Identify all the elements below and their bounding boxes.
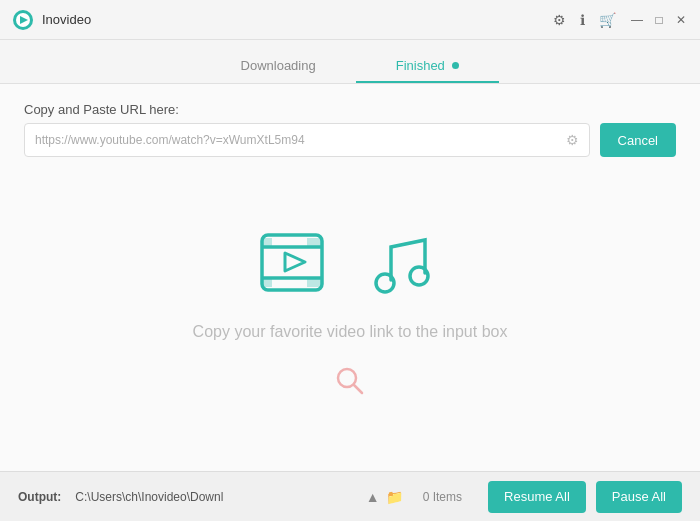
url-input-row: https://www.youtube.com/watch?v=xWumXtL5…: [24, 123, 676, 157]
resume-all-button[interactable]: Resume All: [488, 481, 586, 513]
url-label: Copy and Paste URL here:: [24, 102, 676, 117]
url-input[interactable]: https://www.youtube.com/watch?v=xWumXtL5…: [35, 133, 566, 147]
svg-rect-5: [262, 238, 272, 247]
film-icon: [257, 225, 347, 305]
main-content: Copy and Paste URL here: https://www.you…: [0, 84, 700, 471]
svg-marker-9: [285, 253, 305, 271]
tab-bar: Downloading Finished: [0, 40, 700, 84]
url-input-wrap[interactable]: https://www.youtube.com/watch?v=xWumXtL5…: [24, 123, 590, 157]
svg-rect-8: [307, 278, 322, 287]
cancel-button[interactable]: Cancel: [600, 123, 676, 157]
close-button[interactable]: ✕: [674, 13, 688, 27]
svg-rect-6: [307, 238, 322, 247]
minimize-button[interactable]: —: [630, 13, 644, 27]
maximize-button[interactable]: □: [652, 13, 666, 27]
svg-point-10: [376, 274, 394, 292]
output-path: C:\Users\ch\Inovideo\Downl: [75, 490, 356, 504]
empty-text: Copy your favorite video link to the inp…: [193, 323, 508, 341]
empty-state: Copy your favorite video link to the inp…: [24, 169, 676, 459]
tab-dot: [452, 62, 459, 69]
app-title: Inovideo: [42, 12, 553, 27]
folder-icon[interactable]: 📁: [386, 489, 403, 505]
upload-icon[interactable]: ▲: [366, 489, 380, 505]
tab-finished[interactable]: Finished: [356, 50, 500, 83]
info-icon[interactable]: ℹ: [580, 12, 585, 28]
cart-icon[interactable]: 🛒: [599, 12, 616, 28]
settings-icon[interactable]: ⚙: [553, 12, 566, 28]
svg-rect-7: [262, 278, 272, 287]
small-search-icon: [332, 363, 368, 403]
bottom-bar: Output: C:\Users\ch\Inovideo\Downl ▲ 📁 0…: [0, 471, 700, 521]
svg-point-11: [410, 267, 428, 285]
loading-spinner: ⚙: [566, 132, 579, 148]
window-controls: — □ ✕: [630, 13, 688, 27]
output-icons: ▲ 📁: [366, 489, 403, 505]
pause-all-button[interactable]: Pause All: [596, 481, 682, 513]
title-bar: Inovideo ⚙ ℹ 🛒 — □ ✕: [0, 0, 700, 40]
output-label: Output:: [18, 490, 61, 504]
music-icon: [363, 225, 443, 305]
tab-downloading[interactable]: Downloading: [201, 50, 356, 83]
url-section: Copy and Paste URL here: https://www.you…: [24, 102, 676, 157]
empty-icons: [257, 225, 443, 305]
title-bar-icons: ⚙ ℹ 🛒: [553, 12, 616, 28]
svg-line-13: [354, 385, 362, 393]
items-count: 0 Items: [423, 490, 462, 504]
app-logo: [12, 9, 34, 31]
